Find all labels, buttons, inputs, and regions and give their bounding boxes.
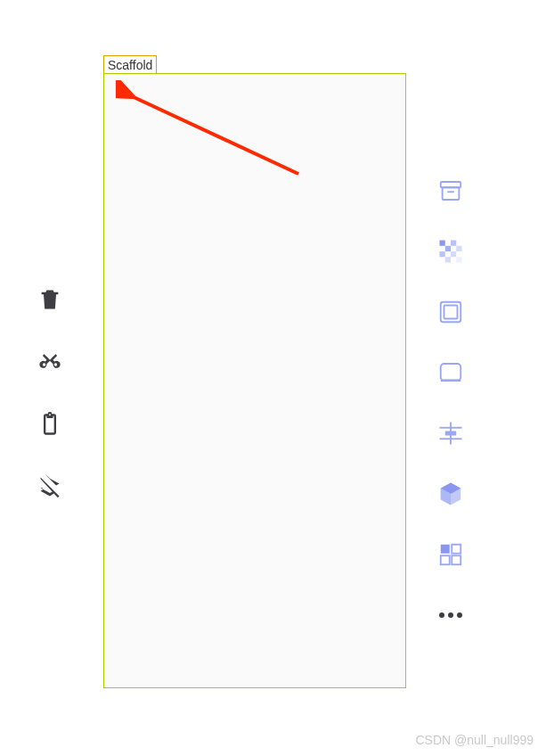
svg-rect-21 xyxy=(452,545,460,554)
svg-rect-7 xyxy=(445,246,451,251)
grid-button[interactable] xyxy=(436,540,465,569)
transparency-icon xyxy=(437,238,464,265)
container-button[interactable] xyxy=(436,358,465,387)
svg-rect-12 xyxy=(456,257,461,262)
cube-3d-button[interactable] xyxy=(436,480,465,508)
svg-rect-10 xyxy=(451,251,456,257)
svg-rect-19 xyxy=(445,431,457,436)
transparency-button[interactable] xyxy=(436,237,465,266)
more-button[interactable] xyxy=(436,601,465,629)
delete-icon xyxy=(37,287,62,312)
bounds-icon xyxy=(437,299,464,325)
svg-rect-15 xyxy=(441,364,461,381)
paste-icon xyxy=(37,412,62,437)
layers-off-button[interactable] xyxy=(36,472,64,501)
watermark: CSDN @null_null999 xyxy=(415,733,534,747)
right-toolbar xyxy=(436,177,465,629)
svg-rect-8 xyxy=(456,246,461,251)
cut-button[interactable] xyxy=(36,348,64,376)
bounds-button[interactable] xyxy=(436,298,465,326)
svg-rect-6 xyxy=(451,241,456,246)
svg-rect-11 xyxy=(445,257,451,262)
widget-tag-scaffold[interactable]: Scaffold xyxy=(103,55,157,75)
more-icon xyxy=(439,612,462,618)
svg-rect-14 xyxy=(444,306,458,319)
paste-button[interactable] xyxy=(36,410,64,439)
grid-icon xyxy=(437,541,464,568)
align-button[interactable] xyxy=(436,419,465,448)
cut-icon xyxy=(37,349,62,374)
svg-rect-3 xyxy=(443,187,460,200)
layers-off-icon xyxy=(37,474,62,499)
design-canvas[interactable] xyxy=(103,73,406,688)
svg-rect-22 xyxy=(441,555,450,564)
archive-button[interactable] xyxy=(436,177,465,205)
left-toolbar xyxy=(36,285,64,501)
archive-icon xyxy=(437,177,464,204)
svg-rect-5 xyxy=(440,241,445,246)
cube-3d-icon xyxy=(437,481,464,507)
delete-button[interactable] xyxy=(36,285,64,314)
svg-rect-23 xyxy=(452,555,460,564)
svg-rect-9 xyxy=(440,251,445,257)
align-icon xyxy=(437,420,464,447)
svg-rect-20 xyxy=(441,545,450,554)
container-icon xyxy=(437,359,464,386)
